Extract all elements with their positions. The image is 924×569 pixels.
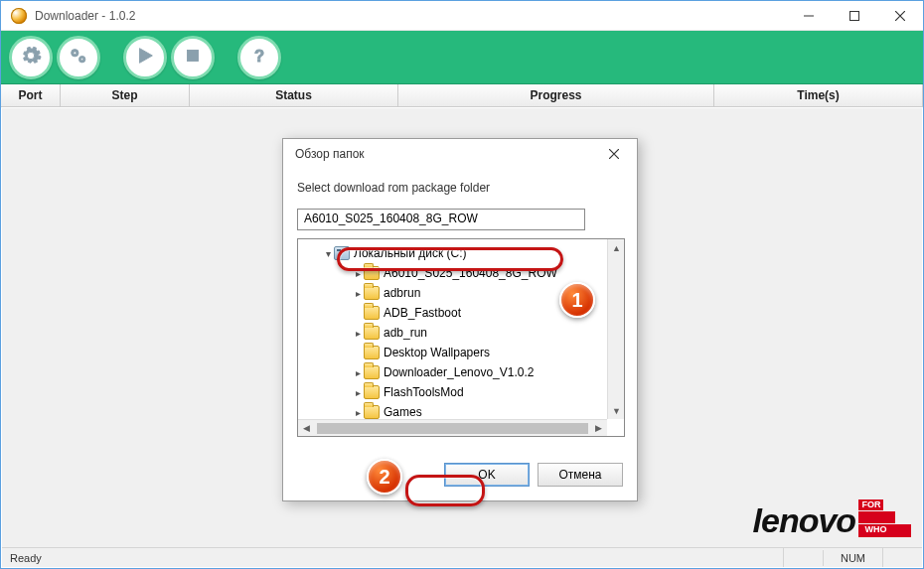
svg-rect-5 [188, 51, 199, 62]
maximize-button[interactable] [832, 1, 877, 30]
config-button[interactable] [57, 36, 100, 79]
chevron-right-icon[interactable]: ▸ [352, 268, 364, 279]
folder-icon [364, 266, 380, 280]
dialog-title: Обзор папок [295, 147, 365, 161]
minimize-button[interactable] [786, 1, 832, 30]
gear-icon [20, 45, 42, 70]
folder-icon [364, 365, 380, 379]
chevron-right-icon[interactable]: ▸ [352, 328, 364, 339]
toolbar: ? [1, 31, 923, 84]
chevron-down-icon[interactable]: ▾ [322, 248, 334, 259]
scroll-thumb[interactable] [317, 423, 588, 434]
stop-icon [182, 45, 204, 70]
col-port[interactable]: Port [1, 84, 61, 106]
tree-folder[interactable]: ▸A6010_S025_160408_8G_ROW [304, 263, 607, 283]
help-button[interactable]: ? [237, 36, 281, 79]
ok-button[interactable]: OK [444, 463, 530, 487]
col-time[interactable]: Time(s) [714, 84, 923, 106]
svg-point-4 [81, 59, 83, 61]
folder-icon [364, 346, 380, 359]
tree-drive[interactable]: ▾ Локальный диск (C:) [304, 243, 607, 263]
cancel-button[interactable]: Отмена [538, 463, 623, 487]
play-icon [134, 45, 156, 70]
settings-button[interactable] [9, 36, 53, 79]
window-title: Downloader - 1.0.2 [35, 9, 786, 23]
col-status[interactable]: Status [190, 84, 398, 106]
titlebar: Downloader - 1.0.2 [1, 1, 923, 31]
dialog-instruction: Select download rom package folder [297, 181, 623, 195]
folder-icon [364, 286, 380, 300]
app-window: Downloader - 1.0.2 [0, 0, 924, 569]
app-icon [11, 8, 27, 24]
chevron-right-icon[interactable]: ▸ [352, 288, 364, 299]
dialog-close-button[interactable] [599, 139, 629, 169]
col-progress[interactable]: Progress [398, 84, 714, 106]
statusbar: Ready NUM [2, 547, 922, 567]
status-ready: Ready [2, 552, 50, 564]
tree-folder[interactable]: ▸FlashToolsMod [304, 382, 607, 402]
window-controls [786, 1, 923, 30]
scroll-right-icon[interactable]: ▶ [590, 420, 607, 437]
drive-icon [334, 246, 350, 260]
folder-icon [364, 306, 380, 320]
selected-folder-field[interactable]: A6010_S025_160408_8G_ROW [297, 209, 585, 230]
help-icon: ? [248, 45, 270, 70]
scroll-down-icon[interactable]: ▼ [608, 402, 625, 419]
dialog-titlebar: Обзор папок [283, 139, 637, 169]
chevron-right-icon[interactable]: ▸ [352, 387, 364, 398]
folder-icon [364, 385, 380, 399]
gears-icon [68, 45, 89, 70]
browse-folder-dialog: Обзор папок Select download rom package … [282, 138, 638, 501]
annotation-badge-1: 1 [559, 282, 595, 318]
close-button[interactable] [877, 1, 923, 30]
stop-button[interactable] [171, 36, 215, 79]
scroll-up-icon[interactable]: ▲ [608, 239, 625, 256]
scrollbar-vertical[interactable]: ▲ ▼ [607, 239, 624, 419]
col-step[interactable]: Step [61, 84, 190, 106]
svg-rect-0 [850, 11, 859, 20]
chevron-right-icon[interactable]: ▸ [352, 367, 364, 378]
tree-folder[interactable]: ▸adb_run [304, 323, 607, 343]
status-num: NUM [823, 550, 882, 566]
folder-icon [364, 326, 380, 340]
table-header: Port Step Status Progress Time(s) [1, 84, 923, 107]
start-button[interactable] [123, 36, 167, 79]
svg-point-2 [74, 52, 77, 55]
scroll-left-icon[interactable]: ◀ [298, 420, 315, 437]
annotation-badge-2: 2 [367, 459, 402, 495]
tree-folder[interactable]: Desktop Wallpapers [304, 343, 607, 362]
lenovo-tagline: FOR THOSE WHO DO. [858, 499, 911, 538]
chevron-right-icon[interactable]: ▸ [352, 407, 364, 418]
scrollbar-horizontal[interactable]: ◀ ▶ [298, 419, 607, 436]
lenovo-watermark: lenovo FOR THOSE WHO DO. [693, 499, 911, 540]
folder-icon [364, 405, 380, 419]
lenovo-logo: lenovo [753, 501, 856, 539]
folder-tree[interactable]: ▾ Локальный диск (C:) ▸A6010_S025_160408… [297, 238, 625, 437]
tree-folder[interactable]: ▸Downloader_Lenovo_V1.0.2 [304, 362, 607, 382]
svg-text:?: ? [254, 47, 264, 65]
